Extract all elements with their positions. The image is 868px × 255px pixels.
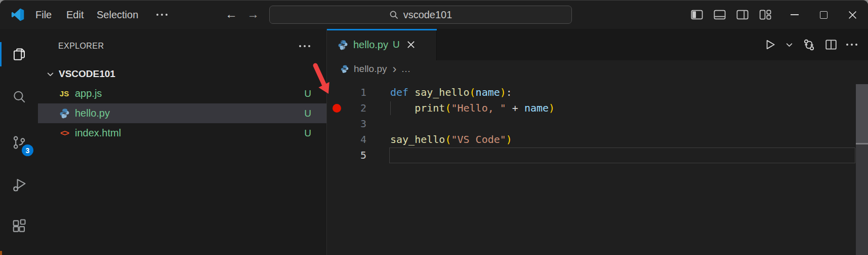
maximize-icon: [820, 11, 828, 19]
tab-hello-py[interactable]: hello.py U: [327, 29, 437, 60]
chevron-down-icon: [46, 70, 55, 79]
tab-git-status-badge: U: [393, 39, 400, 50]
editor-toolbar: [763, 29, 857, 60]
minimize-icon: [791, 14, 799, 15]
explorer-sidebar: EXPLORER VSCODE101 JSapp.jsUhello.pyU<>i…: [38, 29, 326, 255]
activity-bar: 3: [0, 29, 38, 255]
explorer-more-actions-button[interactable]: [296, 36, 313, 56]
command-center-search[interactable]: vscode101: [269, 6, 572, 24]
close-window-button[interactable]: [841, 1, 864, 29]
file-row-index.html[interactable]: <>index.htmlU: [38, 123, 326, 143]
menu-more-button[interactable]: [152, 1, 172, 29]
search-value: vscode101: [403, 9, 452, 21]
python-icon: [341, 65, 349, 74]
current-line-highlight: [389, 148, 855, 163]
git-status-badge: U: [304, 108, 311, 119]
title-bar: File Edit Selection ← → vscode101: [0, 1, 868, 29]
sidebar-item-run-debug[interactable]: [0, 173, 38, 197]
code-area[interactable]: 1def say_hello(name):2 print("Hello, " +…: [327, 78, 868, 163]
folder-name: VSCODE101: [59, 68, 115, 80]
run-and-debug-icon: [11, 177, 27, 193]
sidebar-item-source-control[interactable]: 3: [0, 130, 38, 155]
line-number: 5: [345, 148, 366, 163]
active-tab-indicator: [327, 29, 437, 30]
close-icon: [848, 11, 857, 19]
git-status-badge: U: [304, 88, 311, 99]
editor-more-actions-button[interactable]: [846, 44, 857, 46]
html-icon: <>: [58, 127, 70, 139]
line-number: 2: [345, 100, 366, 116]
split-editor-button[interactable]: [824, 38, 838, 51]
file-name: index.html: [75, 127, 121, 139]
code-text: def say_hello(name):: [390, 85, 512, 100]
line-number: 1: [345, 85, 366, 100]
sidebar-item-search[interactable]: [0, 85, 38, 109]
breadcrumb-ellipsis[interactable]: …: [401, 63, 411, 75]
python-icon: [58, 107, 70, 120]
line-number: 3: [345, 116, 366, 132]
screen-edge-artifact: [0, 251, 2, 255]
tab-close-button[interactable]: [406, 40, 416, 49]
search-icon: [389, 10, 399, 20]
sidebar-item-explorer[interactable]: [0, 42, 38, 66]
maximize-button[interactable]: [812, 1, 835, 29]
line-number: 4: [345, 132, 366, 148]
folder-row-vscode101[interactable]: VSCODE101: [38, 64, 326, 84]
breadcrumb-file[interactable]: hello.py: [354, 63, 387, 75]
search-icon: [12, 89, 27, 104]
file-row-hello.py[interactable]: hello.pyU: [38, 103, 326, 123]
ellipsis-icon: [156, 14, 158, 16]
minimize-button[interactable]: [783, 1, 806, 29]
ellipsis-icon: [299, 45, 301, 47]
menu-selection[interactable]: Selection: [97, 1, 138, 29]
run-dropdown-chevron-icon[interactable]: [785, 41, 794, 49]
run-button[interactable]: [763, 38, 776, 51]
open-changes-button[interactable]: [802, 38, 816, 52]
ellipsis-icon: [846, 44, 848, 46]
source-control-badge: 3: [22, 144, 33, 156]
file-name: hello.py: [75, 107, 110, 119]
menu-file[interactable]: File: [35, 1, 52, 29]
vscode-window: File Edit Selection ← → vscode101: [0, 0, 868, 255]
code-line-2[interactable]: 2 print("Hello, " + name): [327, 100, 868, 116]
explorer-files-icon: [12, 47, 27, 62]
menu-edit[interactable]: Edit: [66, 1, 84, 29]
sidebar-header: EXPLORER: [38, 36, 326, 56]
code-text: say_hello("VS Code"): [390, 132, 512, 148]
vscode-logo-icon: [11, 8, 24, 21]
close-icon: [406, 40, 416, 49]
code-text: print("Hello, " + name): [390, 100, 555, 116]
code-line-4[interactable]: 4say_hello("VS Code"): [327, 132, 868, 148]
sidebar-title: EXPLORER: [58, 42, 104, 51]
breadcrumb[interactable]: hello.py › …: [327, 60, 868, 78]
git-status-badge: U: [304, 128, 311, 139]
toggle-panel-button[interactable]: [713, 8, 726, 21]
file-name: app.js: [75, 88, 102, 99]
code-line-5[interactable]: 5: [327, 148, 868, 163]
extensions-icon: [12, 218, 27, 234]
code-line-1[interactable]: 1def say_hello(name):: [327, 85, 868, 100]
scrollbar-thumb[interactable]: [856, 84, 868, 143]
code-line-3[interactable]: 3: [327, 116, 868, 132]
file-list: JSapp.jsUhello.pyU<>index.htmlU: [38, 84, 326, 143]
sidebar-item-extensions[interactable]: [0, 214, 38, 238]
breadcrumb-separator: ›: [393, 62, 397, 76]
scrollbar-divider: [856, 143, 868, 144]
nav-back-button[interactable]: ←: [224, 1, 239, 29]
toggle-secondary-sidebar-button[interactable]: [736, 8, 749, 21]
nav-forward-button[interactable]: →: [245, 1, 261, 29]
python-icon: [338, 40, 348, 50]
toggle-primary-sidebar-button[interactable]: [690, 8, 704, 21]
file-row-app.js[interactable]: JSapp.jsU: [38, 84, 326, 103]
editor-group: hello.py U: [326, 29, 868, 255]
js-icon: JS: [58, 88, 70, 100]
customize-layout-button[interactable]: [759, 8, 772, 21]
tab-bar: hello.py U: [327, 29, 868, 60]
breakpoint-dot[interactable]: [333, 104, 341, 113]
tab-label: hello.py: [353, 39, 388, 51]
